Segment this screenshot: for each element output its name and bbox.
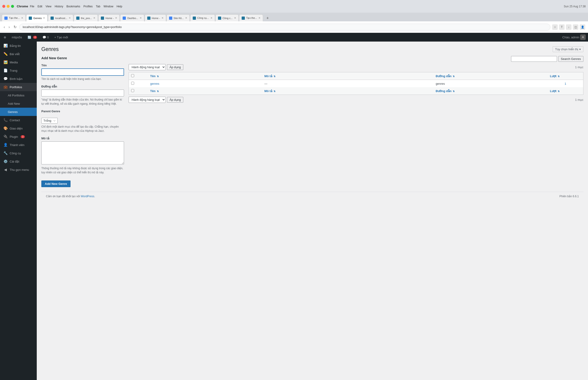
search-input[interactable] <box>511 56 557 62</box>
sidebar-item-comments[interactable]: 💬 Bình luận <box>0 75 37 83</box>
sidebar-item-pages[interactable]: 📄 Trang <box>0 66 37 75</box>
extension-icon[interactable]: ◫ <box>573 24 578 30</box>
settings-icon: ⚙️ <box>3 159 8 164</box>
col-count-link[interactable]: Lượt ⇅ <box>550 74 560 78</box>
parent-select[interactable]: Trống <box>41 118 58 124</box>
col-slug-link[interactable]: Đường dẫn ⇅ <box>436 74 454 78</box>
sidebar-item-dashboard[interactable]: 📊 Bảng tin <box>0 41 37 50</box>
tab-1[interactable]: Genres ✕ <box>26 15 48 21</box>
menu-view[interactable]: View <box>45 5 51 8</box>
users-icon: 👤 <box>3 143 8 147</box>
apply-button-top[interactable]: Áp dụng <box>167 64 183 70</box>
col-name-link-bottom[interactable]: Tên ⇅ <box>150 89 159 93</box>
tab-10[interactable]: Tạo the... ✕ <box>239 15 263 21</box>
reload-button[interactable]: ↻ <box>13 24 18 30</box>
plugins-icon: 🔌 <box>3 134 8 139</box>
tab-close-8[interactable]: ✕ <box>210 17 213 19</box>
sidebar-item-media[interactable]: 🖼️ Media <box>0 58 37 66</box>
tab-close-7[interactable]: ✕ <box>185 17 187 19</box>
name-input[interactable] <box>41 68 124 76</box>
tab-close-5[interactable]: ✕ <box>140 17 142 19</box>
forward-button[interactable]: › <box>8 24 11 30</box>
tab-close-1[interactable]: ✕ <box>43 17 45 19</box>
tab-6[interactable]: Home - ✕ <box>145 15 166 21</box>
sidebar-item-portfolios[interactable]: 💼 Portfolios <box>0 83 37 91</box>
tab-0[interactable]: Tạo the... ✕ <box>2 15 26 21</box>
sidebar-label-media: Media <box>10 61 18 64</box>
bulk-action-select-top[interactable]: Hành động hàng loạt <box>129 64 166 70</box>
sidebar-item-add-new[interactable]: Add New <box>0 99 37 108</box>
profile-icon[interactable]: 👤 <box>580 24 585 30</box>
site-name-item[interactable]: mtips5s <box>10 33 23 41</box>
menu-profiles[interactable]: Profiles <box>83 5 93 8</box>
col-desc-link[interactable]: Mô tả ⇅ <box>264 74 275 78</box>
bulk-action-select-bottom[interactable]: Hành động hàng loạt <box>129 97 166 103</box>
menu-history[interactable]: History <box>55 5 63 8</box>
desc-textarea[interactable] <box>41 141 124 164</box>
admin-avatar[interactable]: A <box>580 35 586 40</box>
col-desc-link-bottom[interactable]: Mô tả ⇅ <box>264 89 275 93</box>
new-tab-button[interactable]: + <box>264 15 271 21</box>
tab-8[interactable]: Công cụ... ✕ <box>190 15 215 21</box>
tab-favicon-4 <box>101 17 104 20</box>
new-item[interactable]: + Tạo mới <box>53 33 69 41</box>
sidebar-item-settings[interactable]: ⚙️ Cài đặt <box>0 157 37 166</box>
bookmark-icon[interactable]: ☆ <box>552 24 558 30</box>
sidebar-item-users[interactable]: 👤 Thành viên <box>0 141 37 149</box>
admin-bar-right: Chào, admin A <box>562 35 586 40</box>
row-count-link[interactable]: 1 <box>565 82 566 85</box>
tab-2[interactable]: localhost... ✕ <box>48 15 73 21</box>
maximize-button[interactable] <box>11 5 14 8</box>
tab-9[interactable]: Công c... ✕ <box>216 15 239 21</box>
tab-3[interactable]: the_pos... ✕ <box>74 15 98 21</box>
sidebar-item-contact[interactable]: 📞 Contact <box>0 116 37 124</box>
back-button[interactable]: ‹ <box>3 24 6 30</box>
address-input[interactable] <box>19 24 550 31</box>
comments-item[interactable]: 💬 0 <box>41 33 50 41</box>
row-name-link[interactable]: genres <box>150 82 159 85</box>
sidebar-item-collapse[interactable]: ◀ Thu gọn menu <box>0 166 37 174</box>
select-all-checkbox-bottom[interactable] <box>131 89 134 92</box>
select-all-checkbox[interactable] <box>131 74 134 77</box>
slug-sort-icon-bottom: ⇅ <box>453 90 454 93</box>
wordpress-link[interactable]: WordPress <box>81 195 94 198</box>
col-slug-link-bottom[interactable]: Đường dẫn ⇅ <box>436 89 454 93</box>
sidebar-item-tools[interactable]: 🔧 Công cụ <box>0 149 37 157</box>
tab-4[interactable]: Home - ✕ <box>98 15 120 21</box>
translate-icon[interactable]: T <box>559 24 565 30</box>
row-checkbox[interactable] <box>131 82 134 85</box>
sidebar-item-posts[interactable]: ✏️ Bài viết <box>0 50 37 58</box>
tab-close-0[interactable]: ✕ <box>21 17 23 19</box>
slug-input[interactable] <box>41 90 124 96</box>
sidebar-item-all-portfolios[interactable]: All Portfolios <box>0 91 37 99</box>
tab-7[interactable]: Site Kit... ✕ <box>167 15 190 21</box>
wp-wrapper: 📊 Bảng tin ✏️ Bài viết 🖼️ Media 📄 Trang … <box>0 41 588 380</box>
menu-bookmarks[interactable]: Bookmarks <box>66 5 80 8</box>
updates-item[interactable]: 🔄 4 <box>26 33 39 41</box>
col-name-link[interactable]: Tên ⇅ <box>150 74 159 78</box>
menu-help[interactable]: Help <box>117 5 122 8</box>
tab-close-4[interactable]: ✕ <box>115 17 117 19</box>
tab-close-3[interactable]: ✕ <box>93 17 95 19</box>
sidebar-item-appearance[interactable]: 🎨 Giao diện <box>0 124 37 133</box>
menu-tab[interactable]: Tab <box>96 5 100 8</box>
screen-options-button[interactable]: Tùy chọn hiển thị ▾ <box>553 46 583 52</box>
add-new-genre-button[interactable]: Add New Genre <box>41 180 71 187</box>
tab-close-9[interactable]: ✕ <box>234 17 236 19</box>
sidebar-item-plugins[interactable]: 🔌 Plugin 3 <box>0 133 37 141</box>
menu-window[interactable]: Window <box>104 5 114 8</box>
col-count-link-bottom[interactable]: Lượt ⇅ <box>550 89 560 93</box>
tab-close-2[interactable]: ✕ <box>69 17 71 19</box>
close-button[interactable] <box>2 5 5 8</box>
wp-logo-item[interactable]: ⊕ <box>2 33 8 41</box>
tab-close-10[interactable]: ✕ <box>258 17 260 19</box>
search-button[interactable]: Search Genres <box>558 56 583 62</box>
sidebar-item-genres[interactable]: Genres <box>0 108 37 116</box>
tab-5[interactable]: Dashbo... ✕ <box>120 15 144 21</box>
menu-edit[interactable]: Edit <box>38 5 42 8</box>
tab-close-6[interactable]: ✕ <box>161 17 163 19</box>
download-icon[interactable]: ↓ <box>566 24 571 30</box>
menu-file[interactable]: File <box>30 5 34 8</box>
apply-button-bottom[interactable]: Áp dụng <box>167 97 183 103</box>
minimize-button[interactable] <box>7 5 10 8</box>
